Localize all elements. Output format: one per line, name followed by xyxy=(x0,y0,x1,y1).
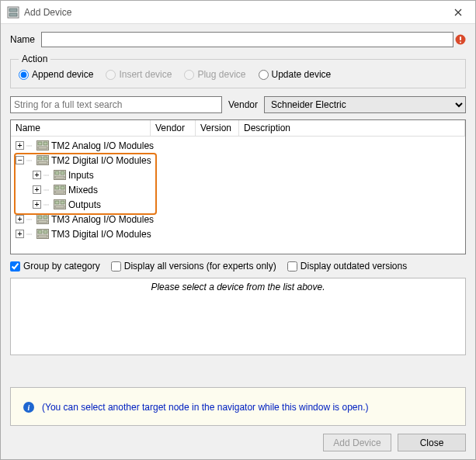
action-legend: Action xyxy=(19,54,50,64)
action-group: Action Append device Insert device Plug … xyxy=(10,54,466,88)
module-icon xyxy=(36,140,49,150)
tree-header: Name Vendor Version Description xyxy=(11,120,465,137)
tree-row-label: Mixeds xyxy=(68,185,98,195)
checkbox-group-input[interactable] xyxy=(10,261,20,272)
checkbox-group-by-category[interactable]: Group by category xyxy=(10,261,100,272)
module-icon xyxy=(36,155,49,165)
vendor-label: Vendor xyxy=(228,99,258,110)
tree-row[interactable]: +┈Inputs xyxy=(14,168,465,182)
svg-rect-29 xyxy=(38,220,47,223)
svg-rect-20 xyxy=(61,186,64,189)
svg-rect-8 xyxy=(43,142,47,145)
checkbox-outdated-input[interactable] xyxy=(287,261,297,272)
expand-icon[interactable]: + xyxy=(33,171,41,179)
module-icon xyxy=(54,199,66,209)
svg-rect-4 xyxy=(460,36,461,40)
radio-update-input[interactable] xyxy=(259,70,269,80)
svg-rect-13 xyxy=(38,161,47,164)
svg-rect-31 xyxy=(38,230,42,233)
info-text: Please select a device from the list abo… xyxy=(151,282,325,292)
svg-rect-9 xyxy=(38,147,47,149)
svg-rect-25 xyxy=(55,206,64,208)
device-tree[interactable]: Name Vendor Version Description +┈TM2 An… xyxy=(10,119,466,254)
window-close-button[interactable] xyxy=(440,1,475,24)
hint-text: (You can select another target node in t… xyxy=(42,402,368,413)
col-version[interactable]: Version xyxy=(196,120,239,136)
app-icon xyxy=(7,6,19,19)
radio-insert: Insert device xyxy=(106,69,172,80)
expand-icon[interactable]: + xyxy=(33,200,41,209)
collapse-icon[interactable]: − xyxy=(16,156,24,164)
svg-rect-24 xyxy=(61,201,64,204)
tree-row-label: TM3 Digital I/O Modules xyxy=(51,229,151,240)
svg-rect-7 xyxy=(38,142,42,145)
radio-insert-input xyxy=(106,70,116,80)
svg-rect-15 xyxy=(55,171,59,175)
expand-icon[interactable]: + xyxy=(33,185,41,194)
svg-rect-28 xyxy=(43,216,47,219)
svg-rect-5 xyxy=(460,42,461,43)
tree-row[interactable]: −┈TM2 Digital I/O Modules xyxy=(14,153,465,168)
tree-row-label: Outputs xyxy=(68,199,101,210)
svg-rect-1 xyxy=(9,9,17,12)
svg-rect-32 xyxy=(43,230,47,233)
svg-rect-19 xyxy=(55,186,59,189)
name-label: Name xyxy=(10,34,35,45)
col-desc[interactable]: Description xyxy=(239,120,465,136)
tree-row[interactable]: +┈TM2 Analog I/O Modules xyxy=(14,138,465,153)
svg-rect-33 xyxy=(38,235,47,237)
svg-rect-27 xyxy=(38,216,42,219)
checkbox-display-all-versions[interactable]: Display all versions (for experts only) xyxy=(111,261,276,272)
col-name[interactable]: Name xyxy=(11,120,151,136)
tree-row-label: TM3 Analog I/O Modules xyxy=(51,214,154,225)
radio-append[interactable]: Append device xyxy=(19,69,93,80)
module-icon xyxy=(54,185,66,195)
svg-rect-2 xyxy=(9,13,17,16)
info-icon: i xyxy=(23,402,34,413)
checkbox-allver-input[interactable] xyxy=(111,261,121,272)
radio-plug: Plug device xyxy=(184,69,245,80)
add-device-dialog: Add Device Name Action xyxy=(0,0,476,460)
tree-row-label: TM2 Analog I/O Modules xyxy=(51,140,154,151)
module-icon xyxy=(36,214,49,224)
hint-panel: i (You can select another target node in… xyxy=(10,387,466,426)
checkbox-display-outdated[interactable]: Display outdated versions xyxy=(287,261,407,272)
expand-icon[interactable]: + xyxy=(16,230,24,238)
radio-update[interactable]: Update device xyxy=(259,69,332,80)
svg-rect-12 xyxy=(43,157,47,160)
error-icon xyxy=(455,34,466,45)
svg-rect-11 xyxy=(38,157,42,160)
tree-row[interactable]: +┈Mixeds xyxy=(14,182,465,197)
tree-row[interactable]: +┈TM3 Analog I/O Modules xyxy=(14,212,465,227)
svg-rect-23 xyxy=(55,201,59,204)
vendor-select[interactable]: Schneider Electric xyxy=(264,96,466,113)
titlebar: Add Device xyxy=(1,1,475,24)
svg-rect-16 xyxy=(61,171,64,175)
name-input[interactable] xyxy=(41,32,453,47)
add-device-button: Add Device xyxy=(323,434,391,451)
expand-icon[interactable]: + xyxy=(16,141,24,150)
expand-icon[interactable]: + xyxy=(16,215,24,223)
tree-row-label: TM2 Digital I/O Modules xyxy=(51,155,151,166)
tree-row-label: Inputs xyxy=(68,170,94,181)
tree-row[interactable]: +┈TM3 Digital I/O Modules xyxy=(14,227,465,241)
radio-append-input[interactable] xyxy=(19,70,29,80)
tree-row[interactable]: +┈Outputs xyxy=(14,197,465,212)
radio-plug-input xyxy=(184,70,194,80)
info-panel: Please select a device from the list abo… xyxy=(10,278,466,355)
close-button[interactable]: Close xyxy=(398,434,466,451)
col-vendor[interactable]: Vendor xyxy=(151,120,196,136)
svg-rect-17 xyxy=(55,176,64,178)
svg-rect-21 xyxy=(55,191,64,193)
module-icon xyxy=(54,170,66,180)
window-title: Add Device xyxy=(24,7,440,18)
search-input[interactable] xyxy=(10,96,222,113)
module-icon xyxy=(36,229,49,239)
